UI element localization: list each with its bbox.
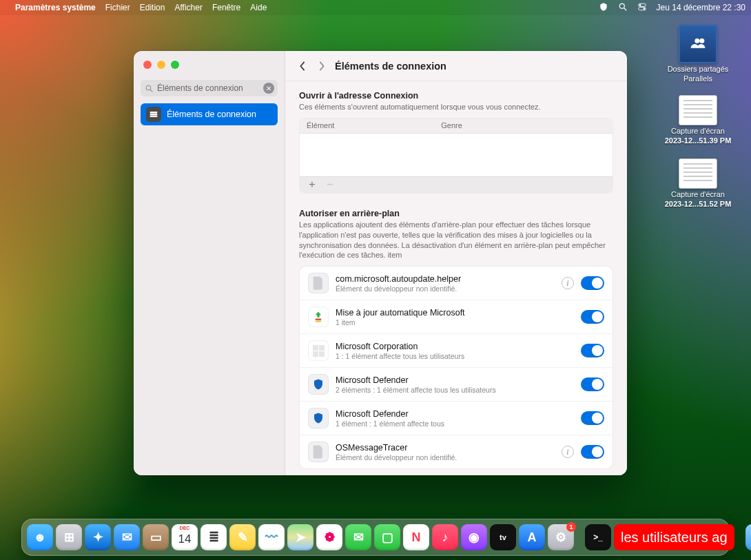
document-icon [308, 442, 329, 462]
bg-item-sub: 2 éléments : 1 élément affecte tous les … [336, 386, 574, 394]
login-items-table: Élément Genre + − [299, 118, 613, 194]
desktop-item-label: Capture d'écran [671, 190, 725, 198]
dock-app-maps[interactable]: ➤ [287, 524, 313, 550]
add-item-button[interactable]: + [307, 178, 318, 191]
desktop-item-screenshot-1[interactable]: Capture d'écran 2023-12...51.39 PM [660, 95, 736, 145]
menu-item-window[interactable]: Fenêtre [212, 3, 240, 12]
close-button[interactable] [143, 61, 152, 69]
background-item-row: OSMessageTracerÉlément du développeur no… [300, 435, 613, 468]
nav-back-button[interactable] [296, 60, 309, 72]
dock-app-calendar[interactable]: DEC14 [172, 524, 198, 550]
menu-item-edit[interactable]: Edition [140, 3, 165, 12]
system-settings-window: ✕ Éléments de connexion Éléments de conn… [134, 51, 627, 475]
control-center-icon[interactable] [637, 2, 647, 14]
dock-app-folder[interactable]: ▥ [745, 524, 751, 550]
dock-running-label[interactable]: les utilisateurs ag [614, 524, 734, 550]
toggle-switch[interactable] [581, 411, 604, 425]
zoom-button[interactable] [171, 61, 179, 69]
desktop-item-shared-folder[interactable]: Dossiers partagés Parallels [660, 25, 736, 83]
sidebar-item-label: Éléments de connexion [167, 110, 256, 119]
content-titlebar: Éléments de connexion [285, 51, 627, 81]
sidebar-search-input[interactable] [141, 80, 278, 96]
sidebar-item-login-items[interactable]: Éléments de connexion [141, 103, 278, 125]
menubar: Paramètres système Fichier Edition Affic… [0, 0, 751, 15]
open-at-login-desc: Ces éléments s'ouvrent automatiquement l… [299, 102, 613, 112]
svg-point-6 [146, 85, 151, 90]
dock-app-safari[interactable]: ✦ [85, 524, 111, 550]
dock-app-news[interactable]: N [403, 524, 429, 550]
svg-line-1 [624, 8, 626, 10]
dock-app-finder[interactable]: ☻ [27, 524, 53, 550]
nav-forward-button [316, 60, 328, 72]
svg-rect-9 [150, 114, 158, 115]
dock-app-tv[interactable]: tv [490, 524, 516, 550]
update-icon [308, 307, 329, 327]
svg-point-4 [639, 4, 641, 6]
dock-app-music[interactable]: ♪ [432, 524, 458, 550]
content-pane: Éléments de connexion Ouvrir à l'adresse… [285, 51, 627, 475]
menu-item-help[interactable]: Aide [250, 3, 267, 12]
background-item-row: com.microsoft.autoupdate.helperÉlément d… [300, 267, 613, 300]
dock-app-freeform[interactable]: 〰 [258, 524, 285, 550]
allow-background-desc: Les applications ajoutent des éléments d… [299, 220, 613, 260]
toggle-switch[interactable] [581, 377, 604, 391]
menu-item-view[interactable]: Afficher [174, 3, 202, 12]
sidebar: ✕ Éléments de connexion [134, 51, 285, 475]
minimize-button[interactable] [157, 61, 165, 69]
search-clear-button[interactable]: ✕ [263, 83, 274, 94]
dock-app-reminders[interactable]: ≣ [200, 524, 227, 550]
status-icon-1[interactable] [599, 2, 608, 14]
svg-rect-11 [316, 319, 321, 321]
bg-item-sub: 1 : 1 élément affecte tous les utilisate… [336, 352, 574, 360]
background-item-row: Microsoft Defender2 éléments : 1 élément… [300, 368, 613, 402]
desktop-icons: Dossiers partagés Parallels Capture d'éc… [653, 25, 743, 208]
remove-item-button[interactable]: − [325, 178, 336, 191]
toggle-switch[interactable] [581, 310, 604, 324]
dock-app-settings[interactable]: ⚙1 [548, 524, 574, 550]
dock-app-facetime[interactable]: ▢ [374, 524, 400, 550]
dock-app-terminal[interactable]: >_ [585, 524, 611, 550]
toggle-switch[interactable] [581, 445, 604, 459]
bg-item-text: Microsoft Corporation1 : 1 élément affec… [336, 342, 574, 360]
microsoft-icon [308, 340, 329, 361]
table-body-empty[interactable] [300, 134, 613, 176]
bg-item-name: OSMessageTracer [336, 443, 555, 453]
search-icon [145, 83, 154, 96]
svg-rect-10 [150, 116, 158, 117]
dock-app-contacts[interactable]: ▭ [143, 524, 169, 550]
bg-item-sub: 1 item [336, 318, 574, 326]
bg-item-name: Mise à jour automatique Microsoft [336, 308, 574, 318]
dock-app-messages[interactable]: ✉ [345, 524, 371, 550]
dock-app-mail[interactable]: ✉ [114, 524, 140, 550]
menu-app-name[interactable]: Paramètres système [15, 3, 96, 12]
allow-background-title: Autoriser en arrière-plan [299, 209, 613, 218]
desktop-item-label2: 2023-12...51.52 PM [665, 200, 732, 208]
bg-item-sub: 1 élément : 1 élément affecte tous [336, 419, 574, 428]
info-button[interactable]: i [562, 277, 574, 289]
menu-item-file[interactable]: Fichier [105, 3, 130, 12]
page-title: Éléments de connexion [335, 61, 446, 72]
shield-icon [308, 374, 329, 395]
bg-item-text: Microsoft Defender1 élément : 1 élément … [336, 409, 574, 428]
dock-app-launchpad[interactable]: ⊞ [56, 524, 82, 550]
toggle-switch[interactable] [581, 276, 604, 290]
dock-app-podcasts[interactable]: ◉ [461, 524, 487, 550]
bg-item-name: Microsoft Corporation [336, 342, 574, 351]
dock-app-appstore[interactable]: A [519, 524, 545, 550]
col-element: Élément [307, 121, 441, 129]
desktop-item-screenshot-2[interactable]: Capture d'écran 2023-12...51.52 PM [660, 158, 736, 208]
menubar-clock[interactable]: Jeu 14 décembre 22 :30 [657, 3, 745, 12]
info-button[interactable]: i [562, 446, 574, 458]
content-body: Ouvrir à l'adresse Connexion Ces élément… [285, 81, 627, 475]
background-item-row: Mise à jour automatique Microsoft1 item [300, 300, 613, 334]
document-icon [308, 273, 329, 293]
desktop-item-label: Dossiers partagés [668, 65, 729, 73]
bg-item-name: Microsoft Defender [336, 409, 574, 419]
dock-app-photos[interactable]: ❁ [316, 524, 342, 550]
dock-app-notes[interactable]: ✎ [229, 524, 256, 550]
screenshot-thumbnail-icon [679, 95, 717, 125]
spotlight-icon[interactable] [618, 2, 628, 14]
bg-item-name: com.microsoft.autoupdate.helper [336, 274, 555, 284]
toggle-switch[interactable] [581, 344, 604, 357]
desktop-item-label2: Parallels [683, 74, 712, 83]
